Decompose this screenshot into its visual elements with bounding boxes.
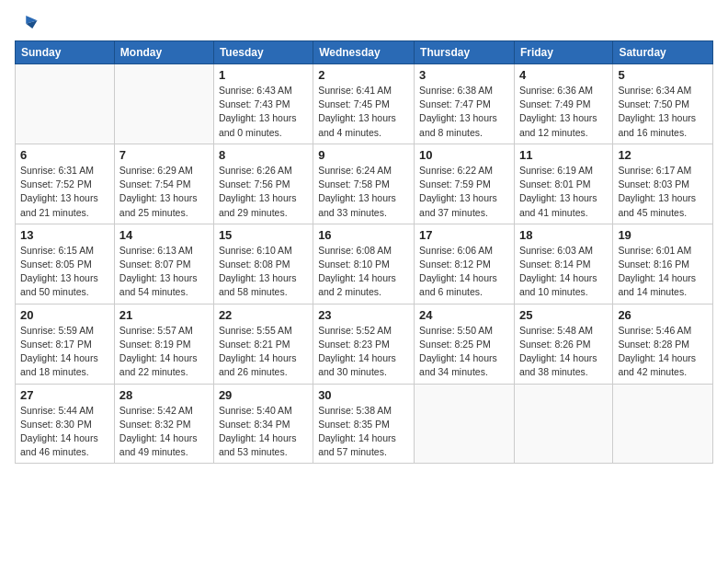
calendar-cell: 7Sunrise: 6:29 AMSunset: 7:54 PMDaylight…: [114, 144, 213, 224]
day-number: 17: [419, 228, 509, 242]
day-number: 16: [318, 228, 409, 242]
day-number: 9: [318, 148, 409, 162]
header-tuesday: Tuesday: [213, 41, 313, 64]
day-info: Sunrise: 5:42 AMSunset: 8:32 PMDaylight:…: [119, 404, 209, 460]
calendar-cell: 18Sunrise: 6:03 AMSunset: 8:14 PMDayligh…: [514, 224, 612, 304]
day-number: 7: [119, 148, 209, 162]
day-info: Sunrise: 5:50 AMSunset: 8:25 PMDaylight:…: [419, 324, 509, 380]
day-number: 8: [219, 148, 308, 162]
calendar-cell: 17Sunrise: 6:06 AMSunset: 8:12 PMDayligh…: [415, 224, 515, 304]
calendar-cell: 23Sunrise: 5:52 AMSunset: 8:23 PMDayligh…: [313, 304, 415, 384]
day-number: 29: [219, 388, 308, 402]
day-info: Sunrise: 5:57 AMSunset: 8:19 PMDaylight:…: [119, 324, 209, 380]
day-info: Sunrise: 6:19 AMSunset: 8:01 PMDaylight:…: [519, 164, 608, 220]
day-number: 1: [219, 68, 308, 82]
day-info: Sunrise: 6:34 AMSunset: 7:50 PMDaylight:…: [618, 84, 708, 140]
calendar-week-row: 1Sunrise: 6:43 AMSunset: 7:43 PMDaylight…: [16, 64, 713, 144]
day-number: 21: [119, 308, 209, 322]
day-number: 11: [519, 148, 608, 162]
day-info: Sunrise: 5:48 AMSunset: 8:26 PMDaylight:…: [519, 324, 608, 380]
day-info: Sunrise: 5:55 AMSunset: 8:21 PMDaylight:…: [219, 324, 308, 380]
day-number: 15: [219, 228, 308, 242]
day-number: 2: [318, 68, 409, 82]
calendar-cell: 9Sunrise: 6:24 AMSunset: 7:58 PMDaylight…: [313, 144, 415, 224]
day-info: Sunrise: 6:06 AMSunset: 8:12 PMDaylight:…: [419, 244, 509, 300]
day-info: Sunrise: 6:29 AMSunset: 7:54 PMDaylight:…: [119, 164, 209, 220]
calendar-week-row: 20Sunrise: 5:59 AMSunset: 8:17 PMDayligh…: [16, 304, 713, 384]
day-number: 5: [618, 68, 708, 82]
day-info: Sunrise: 5:46 AMSunset: 8:28 PMDaylight:…: [618, 324, 708, 380]
calendar-cell: 3Sunrise: 6:38 AMSunset: 7:47 PMDaylight…: [415, 64, 515, 144]
day-info: Sunrise: 6:10 AMSunset: 8:08 PMDaylight:…: [219, 244, 308, 300]
calendar-week-row: 6Sunrise: 6:31 AMSunset: 7:52 PMDaylight…: [16, 144, 713, 224]
calendar-cell: 24Sunrise: 5:50 AMSunset: 8:25 PMDayligh…: [415, 304, 515, 384]
day-info: Sunrise: 6:15 AMSunset: 8:05 PMDaylight:…: [20, 244, 109, 300]
calendar-cell: 25Sunrise: 5:48 AMSunset: 8:26 PMDayligh…: [514, 304, 612, 384]
day-info: Sunrise: 6:41 AMSunset: 7:45 PMDaylight:…: [318, 84, 409, 140]
page: Sunday Monday Tuesday Wednesday Thursday…: [0, 0, 728, 563]
day-info: Sunrise: 6:26 AMSunset: 7:56 PMDaylight:…: [219, 164, 308, 220]
day-number: 4: [519, 68, 608, 82]
day-info: Sunrise: 6:31 AMSunset: 7:52 PMDaylight:…: [20, 164, 109, 220]
calendar-cell: 28Sunrise: 5:42 AMSunset: 8:32 PMDayligh…: [114, 384, 213, 464]
day-info: Sunrise: 6:13 AMSunset: 8:07 PMDaylight:…: [119, 244, 209, 300]
calendar-table: Sunday Monday Tuesday Wednesday Thursday…: [15, 40, 713, 464]
calendar-cell: 19Sunrise: 6:01 AMSunset: 8:16 PMDayligh…: [613, 224, 713, 304]
calendar-cell: 16Sunrise: 6:08 AMSunset: 8:10 PMDayligh…: [313, 224, 415, 304]
calendar-cell: 20Sunrise: 5:59 AMSunset: 8:17 PMDayligh…: [16, 304, 115, 384]
header-friday: Friday: [514, 41, 612, 64]
day-number: 22: [219, 308, 308, 322]
calendar-cell: 14Sunrise: 6:13 AMSunset: 8:07 PMDayligh…: [114, 224, 213, 304]
calendar-week-row: 13Sunrise: 6:15 AMSunset: 8:05 PMDayligh…: [16, 224, 713, 304]
calendar-cell: 1Sunrise: 6:43 AMSunset: 7:43 PMDaylight…: [213, 64, 313, 144]
calendar-header: Sunday Monday Tuesday Wednesday Thursday…: [16, 41, 713, 64]
calendar-cell: [16, 64, 115, 144]
header-monday: Monday: [114, 41, 213, 64]
calendar-cell: 8Sunrise: 6:26 AMSunset: 7:56 PMDaylight…: [213, 144, 313, 224]
day-info: Sunrise: 5:38 AMSunset: 8:35 PMDaylight:…: [318, 404, 409, 460]
calendar-cell: 21Sunrise: 5:57 AMSunset: 8:19 PMDayligh…: [114, 304, 213, 384]
day-info: Sunrise: 6:01 AMSunset: 8:16 PMDaylight:…: [618, 244, 708, 300]
day-info: Sunrise: 6:17 AMSunset: 8:03 PMDaylight:…: [618, 164, 708, 220]
calendar-cell: 11Sunrise: 6:19 AMSunset: 8:01 PMDayligh…: [514, 144, 612, 224]
day-info: Sunrise: 6:36 AMSunset: 7:49 PMDaylight:…: [519, 84, 608, 140]
header-row: Sunday Monday Tuesday Wednesday Thursday…: [16, 41, 713, 64]
day-number: 30: [318, 388, 409, 402]
calendar-week-row: 27Sunrise: 5:44 AMSunset: 8:30 PMDayligh…: [16, 384, 713, 464]
day-number: 28: [119, 388, 209, 402]
day-info: Sunrise: 6:08 AMSunset: 8:10 PMDaylight:…: [318, 244, 409, 300]
calendar-cell: 26Sunrise: 5:46 AMSunset: 8:28 PMDayligh…: [613, 304, 713, 384]
day-info: Sunrise: 5:40 AMSunset: 8:34 PMDaylight:…: [219, 404, 308, 460]
day-number: 25: [519, 308, 608, 322]
day-info: Sunrise: 6:43 AMSunset: 7:43 PMDaylight:…: [219, 84, 308, 140]
day-info: Sunrise: 5:44 AMSunset: 8:30 PMDaylight:…: [20, 404, 109, 460]
calendar-cell: 12Sunrise: 6:17 AMSunset: 8:03 PMDayligh…: [613, 144, 713, 224]
calendar-cell: 10Sunrise: 6:22 AMSunset: 7:59 PMDayligh…: [415, 144, 515, 224]
day-number: 26: [618, 308, 708, 322]
day-number: 10: [419, 148, 509, 162]
calendar-cell: 29Sunrise: 5:40 AMSunset: 8:34 PMDayligh…: [213, 384, 313, 464]
day-number: 20: [20, 308, 109, 322]
header-thursday: Thursday: [415, 41, 515, 64]
calendar-body: 1Sunrise: 6:43 AMSunset: 7:43 PMDaylight…: [16, 64, 713, 464]
calendar-cell: 30Sunrise: 5:38 AMSunset: 8:35 PMDayligh…: [313, 384, 415, 464]
day-number: 3: [419, 68, 509, 82]
calendar-cell: 15Sunrise: 6:10 AMSunset: 8:08 PMDayligh…: [213, 224, 313, 304]
header: [15, 9, 713, 35]
calendar-cell: 27Sunrise: 5:44 AMSunset: 8:30 PMDayligh…: [16, 384, 115, 464]
day-info: Sunrise: 6:03 AMSunset: 8:14 PMDaylight:…: [519, 244, 608, 300]
calendar-cell: 5Sunrise: 6:34 AMSunset: 7:50 PMDaylight…: [613, 64, 713, 144]
calendar-cell: 22Sunrise: 5:55 AMSunset: 8:21 PMDayligh…: [213, 304, 313, 384]
day-info: Sunrise: 6:24 AMSunset: 7:58 PMDaylight:…: [318, 164, 409, 220]
calendar-cell: [514, 384, 612, 464]
logo: [15, 9, 44, 35]
day-info: Sunrise: 5:52 AMSunset: 8:23 PMDaylight:…: [318, 324, 409, 380]
calendar-cell: 6Sunrise: 6:31 AMSunset: 7:52 PMDaylight…: [16, 144, 115, 224]
day-number: 14: [119, 228, 209, 242]
header-saturday: Saturday: [613, 41, 713, 64]
header-wednesday: Wednesday: [313, 41, 415, 64]
day-number: 13: [20, 228, 109, 242]
day-number: 6: [20, 148, 109, 162]
calendar-cell: [114, 64, 213, 144]
calendar-cell: 4Sunrise: 6:36 AMSunset: 7:49 PMDaylight…: [514, 64, 612, 144]
